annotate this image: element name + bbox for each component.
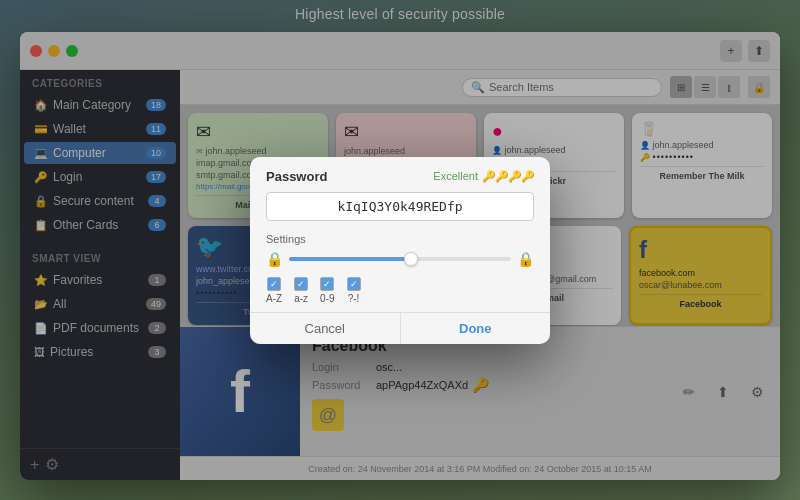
checkbox-numbers[interactable]: ✓ 0-9 (320, 277, 334, 304)
checkbox-numbers-box[interactable]: ✓ (320, 277, 334, 291)
cancel-button[interactable]: Cancel (250, 313, 401, 344)
popup-password-value[interactable]: kIqIQ3Y0k49REDfp (266, 192, 534, 221)
checkbox-numbers-label: 0-9 (320, 293, 334, 304)
lock-min-icon: 🔒 (266, 251, 283, 267)
popup-overlay: Password Excellent 🔑🔑🔑🔑 kIqIQ3Y0k49REDfp… (0, 0, 800, 500)
checkbox-lowercase[interactable]: ✓ a-z (294, 277, 308, 304)
quality-label: Excellent (433, 170, 478, 182)
quality-icons: 🔑🔑🔑🔑 (482, 170, 534, 183)
checkbox-uppercase[interactable]: ✓ A-Z (266, 277, 282, 304)
popup-buttons: Cancel Done (250, 312, 550, 344)
done-button[interactable]: Done (401, 313, 551, 344)
checkbox-lowercase-label: a-z (294, 293, 308, 304)
popup-slider-row: 🔒 🔒 (250, 245, 550, 273)
checkbox-uppercase-label: A-Z (266, 293, 282, 304)
checkbox-symbols-label: ?-! (348, 293, 360, 304)
checkbox-uppercase-box[interactable]: ✓ (267, 277, 281, 291)
checkbox-symbols[interactable]: ✓ ?-! (347, 277, 361, 304)
checkbox-symbols-box[interactable]: ✓ (347, 277, 361, 291)
slider-fill (289, 257, 411, 261)
password-length-slider[interactable] (289, 257, 511, 261)
lock-max-icon: 🔒 (517, 251, 534, 267)
popup-checkboxes: ✓ A-Z ✓ a-z ✓ 0-9 ✓ ?-! (250, 273, 550, 312)
popup-header: Password Excellent 🔑🔑🔑🔑 (250, 157, 550, 184)
popup-quality: Excellent 🔑🔑🔑🔑 (433, 170, 534, 183)
password-popup: Password Excellent 🔑🔑🔑🔑 kIqIQ3Y0k49REDfp… (250, 157, 550, 344)
popup-settings-label: Settings (250, 229, 550, 245)
slider-thumb (404, 252, 418, 266)
popup-title: Password (266, 169, 327, 184)
checkbox-lowercase-box[interactable]: ✓ (294, 277, 308, 291)
